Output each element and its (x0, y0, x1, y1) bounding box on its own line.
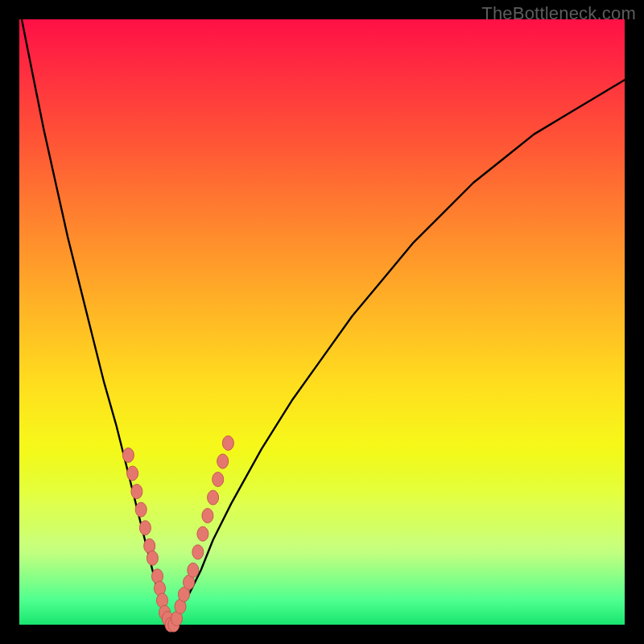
marker-dot (135, 502, 147, 517)
marker-dot (147, 551, 158, 565)
marker-dot (202, 509, 213, 523)
chart-svg (19, 19, 625, 625)
marker-dot (197, 526, 208, 541)
marker-dot (127, 466, 138, 481)
marker-dot (217, 454, 229, 469)
marker-dot (213, 473, 224, 487)
marker-dot (188, 563, 199, 577)
attribution-label: TheBottleneck.com (481, 3, 636, 24)
marker-dot (131, 485, 142, 499)
bottleneck-curve (19, 7, 625, 625)
marker-dot (222, 436, 233, 450)
marker-dot (192, 545, 204, 559)
chart-plot-area (19, 19, 625, 625)
marker-dot (139, 521, 151, 535)
marker-dot (208, 490, 219, 505)
marker-dot (122, 448, 134, 462)
